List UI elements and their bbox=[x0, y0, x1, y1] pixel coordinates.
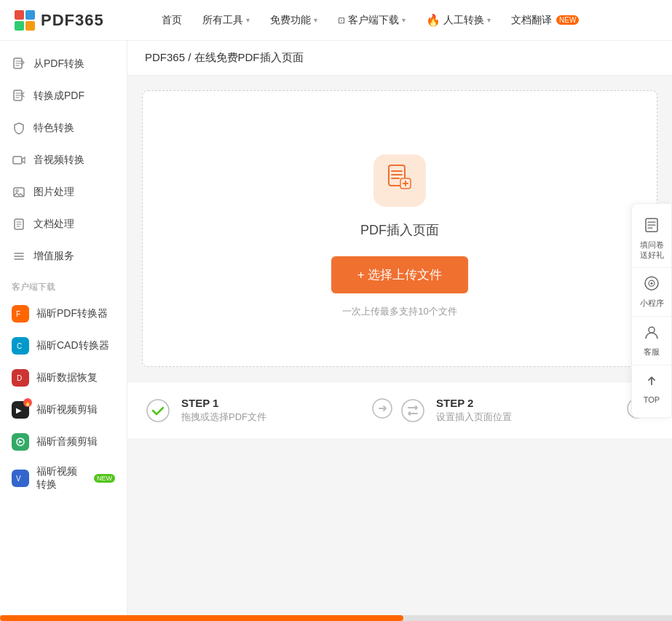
logo-text: PDF365 bbox=[41, 11, 104, 30]
main-layout: 从PDF转换 转换成PDF 特色转换 音视频转换 图片处理 bbox=[0, 41, 672, 621]
nav-items: 首页 所有工具 ▾ 免费功能 ▾ ⊡ 客户端下载 ▾ 🔥 人工转换 ▾ 文档翻译… bbox=[153, 9, 657, 31]
doc-icon bbox=[12, 217, 26, 232]
sidebar-item-image-process[interactable]: 图片处理 bbox=[0, 176, 127, 208]
sidebar-item-special-convert[interactable]: 特色转换 bbox=[0, 112, 127, 144]
nav-home[interactable]: 首页 bbox=[153, 9, 191, 31]
right-panel: 填问卷送好礼 小程序 客服 TOP bbox=[631, 203, 672, 419]
upload-button[interactable]: + 选择上传文件 bbox=[331, 256, 469, 293]
questionnaire-button[interactable]: 填问卷送好礼 bbox=[632, 210, 671, 269]
scrollbar-thumb bbox=[0, 615, 403, 621]
sidebar-client-foxit-audio[interactable]: 福昕音频剪辑 bbox=[0, 426, 127, 458]
sidebar-item-value-service[interactable]: 增值服务 bbox=[0, 240, 127, 272]
svg-point-16 bbox=[402, 400, 424, 422]
miniprogram-button[interactable]: 小程序 bbox=[632, 268, 671, 317]
nav-free-features[interactable]: 免费功能 ▾ bbox=[261, 9, 326, 31]
svg-text:▶: ▶ bbox=[16, 406, 22, 414]
svg-text:D: D bbox=[17, 374, 22, 382]
foxit-cad-icon: C bbox=[12, 337, 29, 355]
chevron-down-icon: ▾ bbox=[402, 16, 406, 24]
chevron-down-icon: ▾ bbox=[246, 16, 250, 24]
sidebar-label: 转换成PDF bbox=[33, 90, 84, 103]
top-button[interactable]: TOP bbox=[632, 365, 671, 411]
questionnaire-icon bbox=[644, 217, 660, 237]
customer-service-button[interactable]: 客服 bbox=[632, 317, 671, 365]
sidebar-label: 特色转换 bbox=[33, 122, 74, 135]
sidebar-client-foxit-video-convert[interactable]: V 福昕视频转换 NEW bbox=[0, 458, 127, 499]
bottom-scrollbar[interactable] bbox=[0, 615, 672, 621]
upload-title: PDF插入页面 bbox=[360, 221, 439, 239]
customer-service-label: 客服 bbox=[644, 347, 660, 357]
client-label: 福昕数据恢复 bbox=[36, 371, 98, 384]
chevron-down-icon: ▾ bbox=[487, 16, 491, 24]
step-2-desc: 设置插入页面位置 bbox=[436, 411, 512, 424]
client-label: 福昕CAD转换器 bbox=[36, 339, 109, 352]
step-2-item: STEP 2 设置插入页面位置 bbox=[400, 397, 620, 424]
miniprogram-label: 小程序 bbox=[640, 298, 664, 309]
step-1-item: STEP 1 拖拽或选择PDF文件 bbox=[145, 397, 365, 424]
questionnaire-label: 填问卷送好礼 bbox=[640, 240, 664, 261]
from-pdf-icon bbox=[12, 57, 26, 71]
sidebar-item-doc-process[interactable]: 文档处理 bbox=[0, 208, 127, 240]
sidebar-client-foxit-cad[interactable]: C 福昕CAD转换器 bbox=[0, 330, 127, 362]
top-arrow-icon bbox=[644, 373, 660, 392]
sidebar-label: 增值服务 bbox=[33, 250, 74, 263]
breadcrumb: PDF365 / 在线免费PDF插入页面 bbox=[127, 41, 672, 76]
sidebar-client-foxit-video-edit[interactable]: ▶ 🔥 福昕视频剪辑 bbox=[0, 394, 127, 426]
step-2-label: STEP 2 bbox=[436, 397, 512, 409]
step-2-swap-icon bbox=[400, 397, 426, 424]
step-bar: STEP 1 拖拽或选择PDF文件 STEP 2 设置插入页面位置 bbox=[127, 381, 672, 438]
nav-all-tools[interactable]: 所有工具 ▾ bbox=[194, 9, 258, 31]
nav-doc-translate[interactable]: 文档翻译 NEW bbox=[502, 9, 588, 31]
client-label: 福昕视频转换 bbox=[36, 465, 85, 491]
chevron-down-icon: ▾ bbox=[314, 16, 317, 24]
top-navigation: PDF365 首页 所有工具 ▾ 免费功能 ▾ ⊡ 客户端下载 ▾ 🔥 人工转换… bbox=[0, 0, 672, 41]
sidebar-client-foxit-recovery[interactable]: D 福昕数据恢复 bbox=[0, 362, 127, 394]
client-label: 福昕音频剪辑 bbox=[36, 435, 98, 448]
upload-container: PDF插入页面 + 选择上传文件 一次上传最多支持10个文件 bbox=[142, 90, 657, 367]
step-separator-icon bbox=[372, 398, 392, 423]
step-1-text: STEP 1 拖拽或选择PDF文件 bbox=[181, 397, 266, 424]
svg-text:F: F bbox=[16, 310, 20, 318]
svg-point-21 bbox=[651, 282, 653, 285]
foxit-video-convert-icon: V bbox=[12, 470, 29, 487]
upload-hint: 一次上传最多支持10个文件 bbox=[342, 305, 456, 318]
nav-download[interactable]: ⊡ 客户端下载 ▾ bbox=[329, 9, 414, 31]
new-badge: NEW bbox=[94, 474, 115, 483]
image-icon bbox=[12, 185, 26, 199]
foxit-pdf-icon: F bbox=[12, 305, 29, 323]
svg-point-22 bbox=[649, 327, 655, 333]
foxit-video-icon-wrap: ▶ 🔥 bbox=[12, 401, 29, 419]
upload-icon-box bbox=[373, 154, 426, 207]
svg-text:V: V bbox=[16, 475, 21, 483]
logo-icon bbox=[15, 10, 35, 31]
miniprogram-icon bbox=[644, 275, 660, 295]
client-label: 福昕PDF转换器 bbox=[36, 307, 108, 320]
sidebar-item-from-pdf[interactable]: 从PDF转换 bbox=[0, 48, 127, 80]
sidebar-client-foxit-pdf[interactable]: F 福昕PDF转换器 bbox=[0, 298, 127, 330]
nav-human-convert[interactable]: 🔥 人工转换 ▾ bbox=[417, 9, 499, 31]
to-pdf-icon bbox=[12, 89, 26, 103]
new-badge: NEW bbox=[556, 15, 579, 25]
menu-icon bbox=[12, 249, 26, 264]
svg-rect-2 bbox=[13, 157, 22, 164]
foxit-recovery-icon: D bbox=[12, 369, 29, 387]
sidebar-label: 文档处理 bbox=[33, 218, 74, 231]
step-1-check-icon bbox=[145, 397, 171, 424]
pdf-insert-icon bbox=[386, 164, 414, 197]
sidebar-item-av-convert[interactable]: 音视频转换 bbox=[0, 144, 127, 176]
foxit-audio-icon bbox=[12, 433, 29, 451]
client-download-title: 客户端下载 bbox=[0, 272, 127, 298]
logo-area[interactable]: PDF365 bbox=[15, 10, 131, 31]
content-area: PDF365 / 在线免费PDF插入页面 PDF插入页面 + 选择上传文件 一次… bbox=[127, 41, 672, 621]
video-icon bbox=[12, 153, 26, 167]
svg-point-4 bbox=[16, 190, 18, 192]
sidebar-item-to-pdf[interactable]: 转换成PDF bbox=[0, 80, 127, 112]
top-label: TOP bbox=[644, 395, 660, 404]
sidebar-label: 图片处理 bbox=[33, 186, 74, 199]
step-2-text: STEP 2 设置插入页面位置 bbox=[436, 397, 512, 424]
sidebar-label: 从PDF转换 bbox=[33, 58, 84, 71]
customer-service-icon bbox=[644, 324, 660, 344]
client-label: 福昕视频剪辑 bbox=[36, 403, 98, 416]
sidebar: 从PDF转换 转换成PDF 特色转换 音视频转换 图片处理 bbox=[0, 41, 127, 621]
step-1-desc: 拖拽或选择PDF文件 bbox=[181, 411, 266, 424]
